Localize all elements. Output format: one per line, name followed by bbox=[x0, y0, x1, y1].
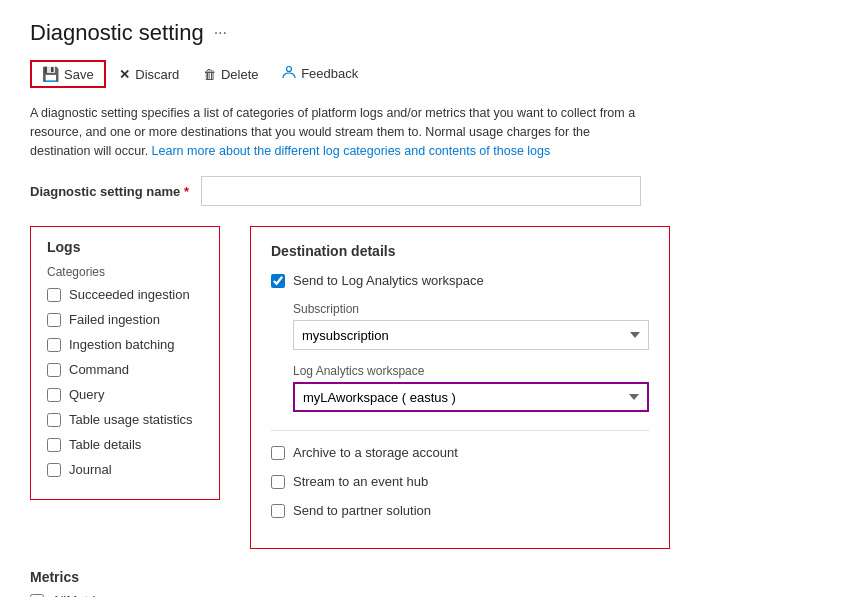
archive-storage-item: Archive to a storage account bbox=[271, 445, 649, 460]
svg-point-0 bbox=[287, 67, 292, 72]
metrics-section: Metrics AllMetrics bbox=[30, 569, 812, 597]
destination-panel: Destination details Send to Log Analytic… bbox=[250, 226, 670, 549]
table-usage-statistics-label[interactable]: Table usage statistics bbox=[69, 412, 193, 427]
table-usage-statistics-checkbox[interactable] bbox=[47, 413, 61, 427]
list-item: Journal bbox=[47, 462, 203, 477]
send-log-analytics-label[interactable]: Send to Log Analytics workspace bbox=[293, 273, 484, 288]
succeeded-ingestion-label[interactable]: Succeeded ingestion bbox=[69, 287, 190, 302]
save-icon: 💾 bbox=[42, 66, 59, 82]
setting-name-label: Diagnostic setting name * bbox=[30, 184, 189, 199]
succeeded-ingestion-checkbox[interactable] bbox=[47, 288, 61, 302]
ingestion-batching-checkbox[interactable] bbox=[47, 338, 61, 352]
delete-icon: 🗑 bbox=[203, 67, 216, 82]
discard-button[interactable]: ✕ Discard bbox=[109, 63, 189, 86]
metrics-title: Metrics bbox=[30, 569, 812, 585]
workspace-label: Log Analytics workspace bbox=[293, 364, 649, 378]
query-label[interactable]: Query bbox=[69, 387, 104, 402]
list-item: Succeeded ingestion bbox=[47, 287, 203, 302]
archive-storage-label[interactable]: Archive to a storage account bbox=[293, 445, 458, 460]
send-log-analytics-checkbox[interactable] bbox=[271, 274, 285, 288]
table-details-checkbox[interactable] bbox=[47, 438, 61, 452]
delete-label: Delete bbox=[221, 67, 259, 82]
page-title: Diagnostic setting ··· bbox=[30, 20, 812, 46]
query-checkbox[interactable] bbox=[47, 388, 61, 402]
destination-title: Destination details bbox=[271, 243, 649, 259]
send-partner-checkbox[interactable] bbox=[271, 504, 285, 518]
command-label[interactable]: Command bbox=[69, 362, 129, 377]
setting-name-input[interactable] bbox=[201, 176, 641, 206]
logs-panel: Logs Categories Succeeded ingestion Fail… bbox=[30, 226, 220, 500]
list-item: Failed ingestion bbox=[47, 312, 203, 327]
ellipsis-menu[interactable]: ··· bbox=[214, 24, 227, 42]
subscription-select[interactable]: mysubscription bbox=[293, 320, 649, 350]
save-button[interactable]: 💾 Save bbox=[32, 62, 104, 86]
list-item: Table usage statistics bbox=[47, 412, 203, 427]
feedback-label: Feedback bbox=[301, 66, 358, 81]
list-item: Table details bbox=[47, 437, 203, 452]
list-item: Query bbox=[47, 387, 203, 402]
stream-event-hub-item: Stream to an event hub bbox=[271, 474, 649, 489]
feedback-button[interactable]: Feedback bbox=[272, 61, 368, 86]
send-log-analytics-item: Send to Log Analytics workspace bbox=[271, 273, 649, 288]
save-label: Save bbox=[64, 67, 94, 82]
list-item: Command bbox=[47, 362, 203, 377]
categories-label: Categories bbox=[47, 265, 203, 279]
subscription-label: Subscription bbox=[293, 302, 649, 316]
workspace-select[interactable]: myLAworkspace ( eastus ) bbox=[293, 382, 649, 412]
separator bbox=[271, 430, 649, 431]
description-text: A diagnostic setting specifies a list of… bbox=[30, 104, 650, 160]
feedback-icon bbox=[282, 65, 296, 82]
table-details-label[interactable]: Table details bbox=[69, 437, 141, 452]
delete-button[interactable]: 🗑 Delete bbox=[193, 63, 269, 86]
logs-title: Logs bbox=[47, 239, 203, 255]
learn-more-link[interactable]: Learn more about the different log categ… bbox=[152, 144, 551, 158]
discard-label: Discard bbox=[135, 67, 179, 82]
failed-ingestion-checkbox[interactable] bbox=[47, 313, 61, 327]
stream-event-hub-label[interactable]: Stream to an event hub bbox=[293, 474, 428, 489]
journal-label[interactable]: Journal bbox=[69, 462, 112, 477]
discard-icon: ✕ bbox=[119, 67, 130, 82]
send-partner-item: Send to partner solution bbox=[271, 503, 649, 518]
send-partner-label[interactable]: Send to partner solution bbox=[293, 503, 431, 518]
list-item: Ingestion batching bbox=[47, 337, 203, 352]
ingestion-batching-label[interactable]: Ingestion batching bbox=[69, 337, 175, 352]
failed-ingestion-label[interactable]: Failed ingestion bbox=[69, 312, 160, 327]
stream-event-hub-checkbox[interactable] bbox=[271, 475, 285, 489]
archive-storage-checkbox[interactable] bbox=[271, 446, 285, 460]
all-metrics-item: AllMetrics bbox=[30, 593, 812, 597]
all-metrics-label[interactable]: AllMetrics bbox=[52, 593, 108, 597]
journal-checkbox[interactable] bbox=[47, 463, 61, 477]
title-text: Diagnostic setting bbox=[30, 20, 204, 46]
command-checkbox[interactable] bbox=[47, 363, 61, 377]
